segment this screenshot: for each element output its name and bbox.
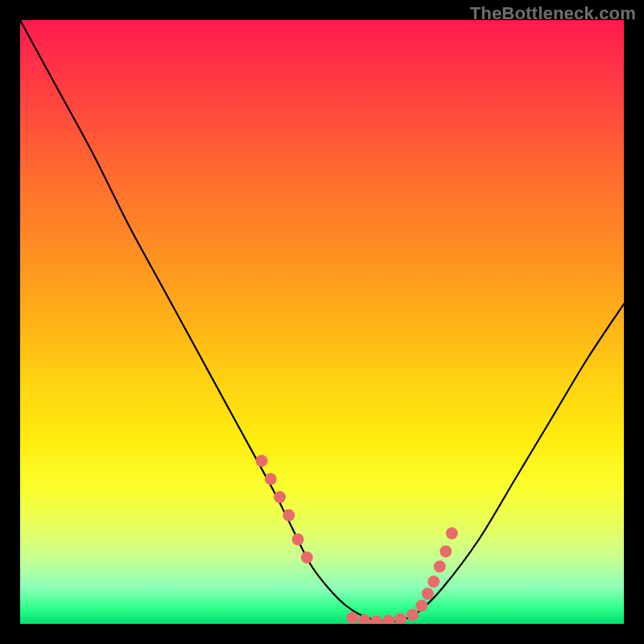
highlight-dot bbox=[346, 612, 358, 624]
chart-frame: TheBottleneck.com bbox=[0, 0, 644, 644]
highlight-dot bbox=[265, 473, 277, 485]
plot-area bbox=[20, 20, 624, 624]
curve-layer bbox=[20, 20, 624, 621]
highlight-dot bbox=[434, 560, 446, 572]
highlight-dot bbox=[440, 546, 452, 558]
highlight-dot bbox=[256, 455, 268, 467]
highlight-dot bbox=[358, 614, 370, 624]
highlight-dot bbox=[415, 600, 427, 612]
highlight-dot bbox=[407, 609, 419, 621]
highlight-dot bbox=[422, 588, 434, 600]
marker-layer bbox=[256, 455, 458, 624]
highlight-dot bbox=[292, 534, 304, 546]
highlight-dot bbox=[382, 615, 394, 624]
highlight-dot bbox=[283, 510, 295, 522]
highlight-dot bbox=[370, 616, 382, 625]
chart-svg bbox=[20, 20, 624, 624]
highlight-dot bbox=[274, 491, 286, 503]
highlight-dot bbox=[394, 613, 407, 625]
bottleneck-curve bbox=[20, 20, 624, 621]
highlight-dot bbox=[301, 551, 313, 564]
highlight-dot bbox=[446, 527, 458, 539]
highlight-dot bbox=[427, 576, 440, 588]
